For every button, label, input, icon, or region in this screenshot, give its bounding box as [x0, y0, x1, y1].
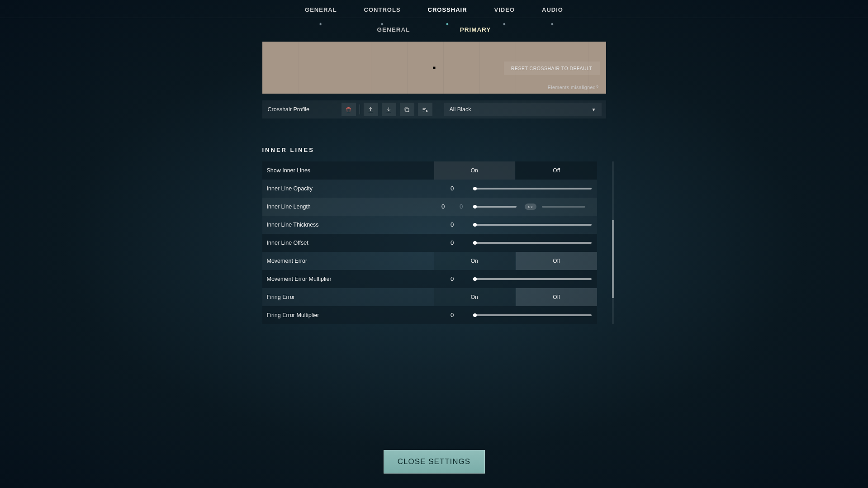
settings-rows: Show Inner Lines On Off Inner Line Opaci… [262, 161, 597, 324]
slider[interactable] [473, 314, 592, 316]
upload-icon [367, 106, 374, 113]
crosshair-dot [433, 66, 435, 69]
elements-misaligned-link[interactable]: Elements misaligned? [548, 85, 599, 90]
export-profile-button[interactable] [364, 103, 378, 116]
subtab-general[interactable]: GENERAL [377, 26, 410, 42]
crosshair-profile-row: Crosshair Profile All Black ▼ [262, 100, 606, 118]
profile-selected: All Black [450, 106, 471, 113]
setting-label: Firing Error [262, 294, 434, 300]
value-input[interactable]: 0 [434, 237, 470, 249]
toggle-on[interactable]: On [434, 288, 515, 306]
edit-list-icon [422, 106, 428, 113]
crosshair-preview: RESET CROSSHAIR TO DEFAULT Elements misa… [262, 42, 606, 94]
slider[interactable] [473, 278, 592, 280]
toggle-on[interactable]: On [434, 161, 515, 180]
slider[interactable] [473, 188, 592, 190]
sub-tabs: GENERAL PRIMARY [0, 18, 868, 42]
top-tabs: GENERAL CONTROLS CROSSHAIR VIDEO AUDIO [0, 0, 868, 18]
tab-audio[interactable]: AUDIO [542, 6, 563, 18]
row-inner-line-offset: Inner Line Offset 0 [262, 234, 597, 252]
separator [360, 104, 360, 114]
row-inner-line-length: Inner Line Length 0 0 [262, 198, 597, 216]
scrollbar[interactable] [612, 161, 614, 324]
copy-icon [403, 106, 410, 113]
setting-label: Inner Line Opacity [262, 185, 434, 192]
row-show-inner-lines: Show Inner Lines On Off [262, 161, 597, 180]
value-input[interactable]: 0 [434, 183, 470, 194]
tab-general[interactable]: GENERAL [305, 6, 337, 18]
copy-profile-button[interactable] [400, 103, 414, 116]
row-firing-error-multiplier: Firing Error Multiplier 0 [262, 306, 597, 324]
edit-profile-button[interactable] [418, 103, 432, 116]
trash-icon [345, 106, 352, 113]
value-input[interactable]: 0 [434, 273, 470, 285]
setting-label: Show Inner Lines [262, 167, 434, 174]
setting-label: Movement Error [262, 258, 434, 264]
value-input[interactable]: 0 [434, 309, 470, 321]
toggle-off[interactable]: Off [516, 288, 597, 306]
row-firing-error: Firing Error On Off [262, 288, 597, 306]
download-icon [385, 106, 392, 113]
link-icon [528, 204, 533, 209]
setting-label: Inner Line Thickness [262, 222, 434, 228]
toggle-on[interactable]: On [434, 252, 515, 270]
slider[interactable] [473, 242, 592, 244]
setting-label: Movement Error Multiplier [262, 276, 434, 282]
toggle-off[interactable]: Off [516, 252, 597, 270]
value-input-secondary[interactable]: 0 [452, 201, 470, 213]
tab-controls[interactable]: CONTROLS [364, 6, 401, 18]
row-inner-line-thickness: Inner Line Thickness 0 [262, 216, 597, 234]
close-settings-button[interactable]: CLOSE SETTINGS [384, 450, 485, 474]
slider[interactable] [473, 206, 517, 208]
import-profile-button[interactable] [382, 103, 396, 116]
subtab-primary[interactable]: PRIMARY [460, 26, 491, 42]
delete-profile-button[interactable] [342, 103, 356, 116]
chevron-down-icon: ▼ [592, 107, 596, 112]
crosshair-profile-label: Crosshair Profile [267, 106, 309, 113]
toggle-off[interactable]: Off [516, 161, 597, 180]
value-input[interactable]: 0 [434, 219, 470, 231]
value-input[interactable]: 0 [434, 201, 452, 213]
slider[interactable] [473, 224, 592, 226]
row-movement-error: Movement Error On Off [262, 252, 597, 270]
svg-rect-0 [406, 109, 409, 112]
slider-secondary[interactable] [542, 206, 585, 208]
section-title-inner-lines: INNER LINES [262, 147, 606, 153]
setting-label: Inner Line Length [262, 204, 434, 210]
row-movement-error-multiplier: Movement Error Multiplier 0 [262, 270, 597, 288]
row-inner-line-opacity: Inner Line Opacity 0 [262, 180, 597, 198]
tab-crosshair[interactable]: CROSSHAIR [428, 6, 467, 18]
setting-label: Inner Line Offset [262, 240, 434, 246]
tab-video[interactable]: VIDEO [494, 6, 515, 18]
reset-crosshair-button[interactable]: RESET CROSSHAIR TO DEFAULT [504, 62, 600, 75]
profile-dropdown[interactable]: All Black ▼ [444, 103, 602, 116]
setting-label: Firing Error Multiplier [262, 312, 434, 318]
link-toggle[interactable] [525, 204, 536, 210]
